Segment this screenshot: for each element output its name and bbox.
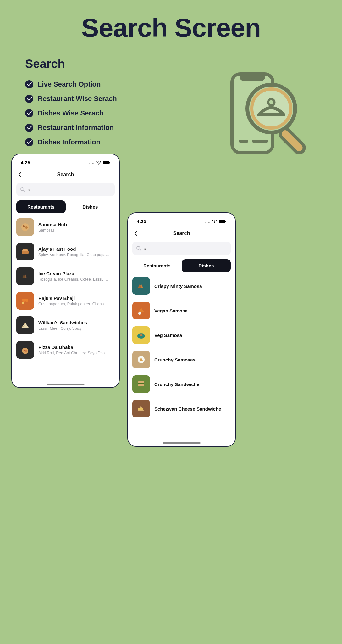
item-title: Vegan Samosa	[154, 308, 188, 313]
list-item[interactable]: Crunchy Sandwiche	[132, 375, 231, 393]
check-icon	[25, 124, 33, 132]
feature-label: Restaurant Wise Serach	[38, 95, 117, 103]
item-subtitle: Akki Roti, Red Ant Chutney, Soya Dosa, L…	[38, 351, 111, 355]
battery-icon	[219, 220, 226, 223]
list-item[interactable]: Vegan Samosa	[132, 302, 231, 319]
svg-rect-18	[22, 249, 28, 251]
list-item[interactable]: Raju's Pav Bhaji Crisp papadum, Palak pa…	[16, 292, 115, 310]
svg-rect-3	[252, 140, 268, 143]
svg-rect-27	[225, 221, 226, 222]
item-subtitle: Samosas	[38, 228, 67, 232]
list-item[interactable]: Crunchy Samosas	[132, 351, 231, 368]
screen-header: Search	[16, 170, 115, 180]
check-icon	[25, 109, 33, 117]
search-input[interactable]: a	[16, 183, 115, 196]
item-title: Ajay's Fast Food	[38, 246, 111, 252]
svg-rect-1	[240, 74, 265, 81]
svg-point-25	[214, 222, 215, 223]
battery-icon	[103, 161, 110, 165]
tab-restaurants[interactable]: Restaurants	[132, 259, 182, 272]
tab-restaurants[interactable]: Restaurants	[16, 200, 66, 213]
svg-point-7	[268, 99, 274, 105]
svg-point-30	[138, 312, 141, 315]
tab-dishes[interactable]: Dishes	[182, 259, 231, 272]
search-value: a	[144, 246, 146, 251]
item-title: William's Sandwiches	[38, 320, 87, 325]
list-item[interactable]: Veg Samosa	[132, 326, 231, 344]
status-bar: 4:25 ....	[132, 217, 231, 227]
item-title: Raju's Pav Bhaji	[38, 295, 111, 301]
svg-point-15	[23, 225, 25, 227]
svg-point-14	[21, 223, 29, 231]
item-title: Pizza Da Dhaba	[38, 344, 111, 350]
list-item[interactable]: Crispy Minty Samosa	[132, 277, 231, 295]
tab-dishes[interactable]: Dishes	[66, 200, 115, 213]
list-item[interactable]: Samosa Hub Samosas	[16, 218, 115, 236]
thumbnail	[132, 375, 150, 393]
status-time: 4:25	[21, 160, 30, 165]
item-title: Crispy Minty Samosa	[154, 283, 202, 289]
search-icon	[20, 187, 25, 192]
item-title: Crunchy Sandwiche	[154, 382, 199, 387]
check-icon	[25, 138, 33, 146]
back-icon[interactable]	[133, 230, 139, 237]
screen-title: Search	[173, 231, 190, 236]
svg-rect-11	[109, 162, 110, 163]
svg-rect-20	[25, 299, 28, 302]
thumbnail	[16, 316, 34, 334]
list-item[interactable]: Ajay's Fast Food Spicy, Vadapav, Rosogul…	[16, 243, 115, 260]
page-title: Search Screen	[0, 0, 342, 43]
item-title: Samosa Hub	[38, 222, 67, 227]
svg-point-24	[25, 350, 27, 352]
svg-rect-10	[103, 161, 109, 164]
tabs: Restaurants Dishes	[132, 259, 231, 272]
thumbnail	[132, 277, 150, 295]
phone-mock-dishes: 4:25 .... Search a Restaurants Dishes Cr…	[127, 212, 236, 447]
tabs: Restaurants Dishes	[16, 200, 115, 213]
svg-point-22	[22, 348, 28, 354]
thumbnail	[16, 243, 34, 260]
feature-label: Dishes Wise Serach	[38, 109, 103, 117]
svg-rect-35	[138, 381, 144, 383]
section-title: Search	[25, 57, 342, 71]
svg-rect-26	[219, 220, 225, 223]
list-item[interactable]: Pizza Da Dhaba Akki Roti, Red Ant Chutne…	[16, 341, 115, 359]
svg-rect-36	[138, 408, 143, 410]
svg-point-23	[24, 350, 25, 351]
thumbnail	[132, 326, 150, 344]
list-item[interactable]: William's Sandwiches Lassi, Meen Curry, …	[16, 316, 115, 334]
status-bar: 4:25 ....	[16, 159, 115, 168]
dishes-list: Crispy Minty Samosa Vegan Samosa Veg Sam…	[132, 277, 231, 417]
search-input[interactable]: a	[132, 242, 231, 255]
thumbnail	[16, 267, 34, 285]
signal-dots-icon: ....	[205, 219, 211, 224]
item-title: Veg Samosa	[154, 333, 182, 338]
back-icon[interactable]	[17, 171, 23, 178]
restaurant-list: Samosa Hub Samosas Ajay's Fast Food Spic…	[16, 218, 115, 359]
item-subtitle: Crisp papadum, Palak paneer, Chana mas..…	[38, 302, 111, 306]
feature-label: Restaurant Information	[38, 124, 114, 132]
search-phone-illustration	[223, 71, 311, 159]
svg-line-29	[140, 249, 141, 250]
home-indicator[interactable]	[47, 384, 85, 385]
wifi-icon	[212, 220, 217, 223]
svg-line-13	[24, 190, 25, 192]
wifi-icon	[96, 161, 101, 165]
list-item[interactable]: Schezwan Cheese Sandwiche	[132, 400, 231, 417]
svg-rect-33	[138, 384, 144, 386]
item-title: Ice Cream Plaza	[38, 271, 111, 276]
screen-title: Search	[57, 172, 74, 177]
search-icon	[136, 246, 141, 251]
phone-mock-restaurants: 4:25 .... Search a Restaurants Dishes	[11, 154, 120, 388]
svg-rect-2	[239, 140, 248, 143]
check-icon	[25, 80, 33, 88]
thumbnail	[132, 302, 150, 319]
thumbnail	[16, 341, 34, 359]
signal-dots-icon: ....	[89, 160, 95, 165]
feature-label: Dishes Information	[38, 138, 100, 146]
svg-point-21	[22, 302, 24, 304]
feature-label: Live Search Option	[38, 80, 101, 88]
svg-rect-8	[278, 126, 306, 155]
list-item[interactable]: Ice Cream Plaza Rosogulla, Ice Creams, C…	[16, 267, 115, 285]
home-indicator[interactable]	[163, 442, 201, 444]
